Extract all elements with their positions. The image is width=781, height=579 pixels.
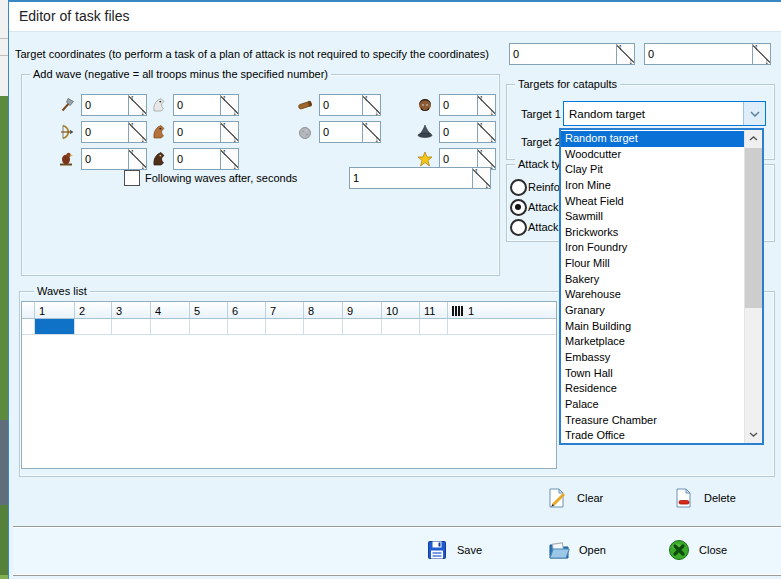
dropdown-item[interactable]: Random target bbox=[561, 131, 744, 147]
column-header[interactable]: 10 bbox=[382, 302, 420, 318]
dropdown-item[interactable]: Town Hall bbox=[561, 366, 744, 382]
follow-seconds-input[interactable] bbox=[350, 168, 472, 188]
close-x-circle-icon bbox=[668, 539, 690, 561]
dropdown-item[interactable]: Flour Mill bbox=[561, 256, 744, 272]
scrollbar-up-button[interactable] bbox=[745, 130, 762, 147]
troop-10-spin-buttons[interactable] bbox=[477, 122, 495, 142]
row-header-corner[interactable] bbox=[22, 302, 35, 318]
dropdown-item[interactable]: Marketplace bbox=[561, 334, 744, 350]
troop-1-input[interactable] bbox=[82, 95, 128, 115]
grid-cell[interactable] bbox=[112, 319, 151, 334]
following-waves-checkbox[interactable] bbox=[124, 170, 140, 186]
troop-9-input[interactable] bbox=[440, 95, 477, 115]
background-map bbox=[0, 505, 8, 575]
column-header[interactable]: 5 bbox=[190, 302, 228, 318]
dropdown-item[interactable]: Embassy bbox=[561, 350, 744, 366]
selected-cell[interactable] bbox=[35, 319, 75, 334]
troop-2-spin-buttons[interactable] bbox=[128, 122, 146, 142]
grid-cell[interactable] bbox=[420, 319, 448, 334]
dropdown-item[interactable]: Woodcutter bbox=[561, 147, 744, 163]
dropdown-item[interactable]: Sawmill bbox=[561, 209, 744, 225]
save-button[interactable]: Save bbox=[426, 539, 482, 561]
dropdown-scrollbar[interactable] bbox=[744, 130, 762, 443]
open-button[interactable]: Open bbox=[548, 539, 606, 561]
column-header[interactable]: 1 bbox=[35, 302, 75, 318]
dropdown-item[interactable]: Wheat Field bbox=[561, 194, 744, 210]
troop-9-spin-buttons[interactable] bbox=[477, 95, 495, 115]
troop-1-spin-buttons[interactable] bbox=[128, 95, 146, 115]
troop-10-input[interactable] bbox=[440, 122, 477, 142]
dropdown-item[interactable]: Granary bbox=[561, 303, 744, 319]
radio-reinforcement[interactable] bbox=[510, 179, 527, 196]
grid-cell[interactable] bbox=[304, 319, 343, 334]
troop-7-spin-buttons[interactable] bbox=[362, 95, 380, 115]
grid-cell[interactable] bbox=[190, 319, 228, 334]
troop-8-input[interactable] bbox=[320, 122, 362, 142]
troop-7-input[interactable] bbox=[320, 95, 362, 115]
troop-3-input[interactable] bbox=[82, 149, 128, 169]
troop-6-spin-buttons[interactable] bbox=[220, 149, 238, 169]
troop-5-spin-buttons[interactable] bbox=[220, 122, 238, 142]
catapult-target-dropdown: Random target Woodcutter Clay Pit Iron M… bbox=[559, 128, 764, 445]
dropdown-item[interactable]: Trade Office bbox=[561, 428, 744, 443]
troop-6-input[interactable] bbox=[174, 149, 220, 169]
row-header-cell[interactable] bbox=[22, 319, 35, 334]
column-header[interactable]: 6 bbox=[228, 302, 266, 318]
grid-cell[interactable] bbox=[228, 319, 266, 334]
column-header[interactable]: 11 bbox=[420, 302, 448, 318]
dropdown-item[interactable]: Brickworks bbox=[561, 225, 744, 241]
grid-cell[interactable] bbox=[382, 319, 420, 334]
troop-11-input[interactable] bbox=[440, 149, 477, 169]
column-header[interactable]: 9 bbox=[343, 302, 382, 318]
column-header[interactable]: 7 bbox=[266, 302, 304, 318]
column-header[interactable]: 4 bbox=[151, 302, 190, 318]
close-button[interactable]: Close bbox=[668, 539, 727, 561]
column-header[interactable]: 2 bbox=[75, 302, 112, 318]
title-bar[interactable]: Editor of task files bbox=[9, 2, 781, 32]
editor-dialog: Editor of task files Target coordinates … bbox=[8, 0, 781, 579]
troop-4-input[interactable] bbox=[174, 95, 220, 115]
radio-attack2[interactable] bbox=[510, 219, 527, 236]
column-header[interactable]: 3 bbox=[112, 302, 151, 318]
dropdown-item[interactable]: Iron Foundry bbox=[561, 240, 744, 256]
clear-button[interactable]: Clear bbox=[546, 487, 603, 509]
background-window bbox=[0, 0, 8, 579]
coordinate-x-spin-buttons[interactable] bbox=[616, 44, 634, 64]
dropdown-item[interactable]: Clay Pit bbox=[561, 162, 744, 178]
coordinate-x-input[interactable] bbox=[510, 44, 616, 64]
grid-cell[interactable] bbox=[343, 319, 382, 334]
troop-5-input[interactable] bbox=[174, 122, 220, 142]
troop-11-spin-buttons[interactable] bbox=[477, 149, 495, 169]
grid-cell[interactable] bbox=[266, 319, 304, 334]
coordinate-y-spin-buttons[interactable] bbox=[752, 44, 770, 64]
troop-3-spinner bbox=[81, 148, 147, 170]
troop-4-spin-buttons[interactable] bbox=[220, 95, 238, 115]
scrollbar-thumb[interactable] bbox=[745, 148, 762, 308]
hero-star-icon bbox=[417, 151, 433, 167]
dropdown-item[interactable]: Warehouse bbox=[561, 287, 744, 303]
grid-cell[interactable] bbox=[151, 319, 190, 334]
dropdown-items: Random target Woodcutter Clay Pit Iron M… bbox=[561, 130, 744, 443]
troop-8-spin-buttons[interactable] bbox=[362, 122, 380, 142]
dropdown-item[interactable]: Treasure Chamber bbox=[561, 413, 744, 429]
column-header[interactable]: 8 bbox=[304, 302, 343, 318]
dropdown-item[interactable]: Residence bbox=[561, 381, 744, 397]
grid-cell[interactable] bbox=[75, 319, 112, 334]
scrollbar-down-button[interactable] bbox=[745, 426, 762, 443]
dropdown-item[interactable]: Iron Mine bbox=[561, 178, 744, 194]
coordinate-y-input[interactable] bbox=[645, 44, 752, 64]
dropdown-item[interactable]: Palace bbox=[561, 397, 744, 413]
radio-attack[interactable] bbox=[510, 199, 527, 216]
combo-dropdown-button[interactable] bbox=[743, 102, 765, 125]
waves-grid[interactable]: 1 2 3 4 5 6 7 8 9 10 11 1 bbox=[21, 301, 557, 469]
dropdown-item[interactable]: Bakery bbox=[561, 272, 744, 288]
save-button-label: Save bbox=[457, 544, 482, 556]
target1-combobox[interactable]: Random target bbox=[563, 101, 766, 126]
column-header-waves[interactable]: 1 bbox=[448, 302, 556, 318]
follow-seconds-spin-buttons[interactable] bbox=[472, 168, 490, 188]
delete-button[interactable]: Delete bbox=[673, 487, 736, 509]
grid-cell[interactable] bbox=[448, 319, 556, 334]
dropdown-item[interactable]: Main Building bbox=[561, 319, 744, 335]
troop-2-input[interactable] bbox=[82, 122, 128, 142]
troop-3-spin-buttons[interactable] bbox=[128, 149, 146, 169]
